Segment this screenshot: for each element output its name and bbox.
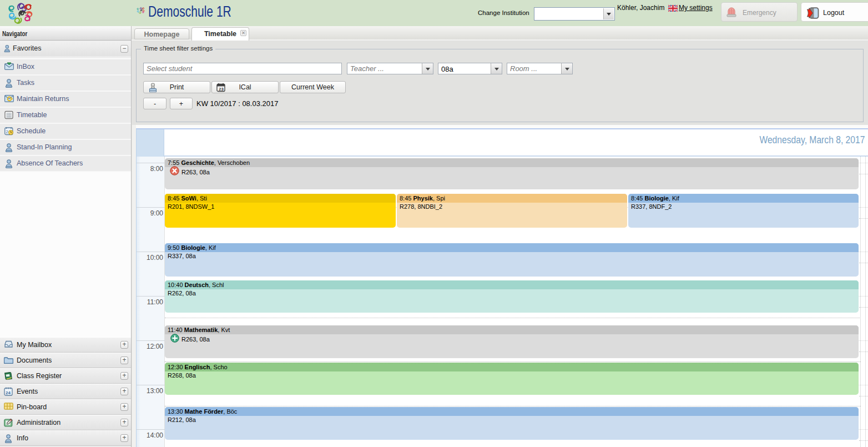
- svg-text:24: 24: [6, 390, 11, 395]
- svg-text:2: 2: [6, 129, 8, 134]
- svg-text:23: 23: [219, 87, 224, 92]
